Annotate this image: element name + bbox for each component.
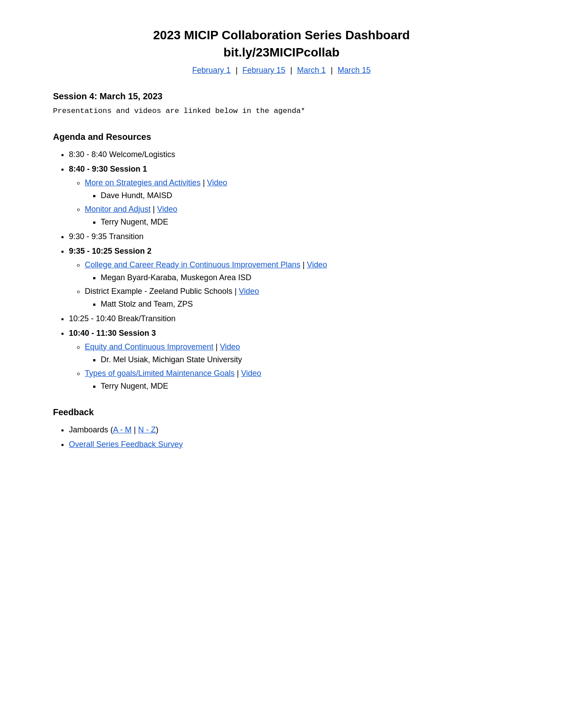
nav-link-mar1[interactable]: March 1 [297,66,326,75]
college-link[interactable]: College and Career Ready in Continuous I… [85,260,300,269]
nav-link-feb1[interactable]: February 1 [192,66,230,75]
nav-separator-3: | [331,66,335,75]
nav-link-mar15[interactable]: March 15 [338,66,371,75]
presenter-dave: Dave Hundt, MAISD [101,190,510,202]
jamboard-am-link[interactable]: A - M [113,425,132,434]
nav-link-feb15[interactable]: February 15 [242,66,285,75]
presenter-terry-2: Terry Nugent, MDE [101,380,510,392]
equity-video-link[interactable]: Video [220,342,240,351]
goals-link[interactable]: Types of goals/Limited Maintenance Goals [85,369,234,378]
presenter-mel: Dr. Mel Usiak, Michigan State University [101,354,510,366]
nav-separator-1: | [235,66,240,75]
presenter-megan: Megan Byard-Karaba, Muskegon Area ISD [101,272,510,284]
feedback-section: Feedback Jamboards (A - M | N - Z) Overa… [53,405,510,450]
district-video-link[interactable]: Video [239,287,259,296]
sub-item-equity: Equity and Continuous Improvement | Vide… [85,341,510,366]
session-subtitle: Presentations and videos are linked belo… [53,105,510,117]
sub-item-strategies: More on Strategies and Activities | Vide… [85,177,510,202]
monitor-video-link[interactable]: Video [157,205,178,214]
presenter-matt: Matt Stolz and Team, ZPS [101,298,510,310]
feedback-list: Jamboards (A - M | N - Z) Overall Series… [53,424,510,450]
feedback-item-jamboards: Jamboards (A - M | N - Z) [69,424,510,436]
equity-link[interactable]: Equity and Continuous Improvement [85,342,213,351]
page-title: 2023 MICIP Collaboration Series Dashboar… [53,26,510,61]
agenda-item-transition1: 9:30 - 9:35 Transition [69,231,510,243]
agenda-item-session2: 9:35 - 10:25 Session 2 College and Caree… [69,245,510,310]
session2-sub-list: College and Career Ready in Continuous I… [69,259,510,310]
agenda-item-welcome: 8:30 - 8:40 Welcome/Logistics [69,149,510,161]
page-header: 2023 MICIP Collaboration Series Dashboar… [53,26,510,76]
nav-separator-2: | [290,66,295,75]
strategies-link[interactable]: More on Strategies and Activities [85,178,200,187]
session3-sub-list: Equity and Continuous Improvement | Vide… [69,341,510,392]
sub-item-monitor: Monitor and Adjust | Video Terry Nugent,… [85,203,510,228]
sub-item-goals: Types of goals/Limited Maintenance Goals… [85,368,510,392]
agenda-item-session1: 8:40 - 9:30 Session 1 More on Strategies… [69,163,510,228]
survey-link[interactable]: Overall Series Feedback Survey [69,440,183,449]
sub-item-college: College and Career Ready in Continuous I… [85,259,510,284]
navigation-links: February 1 | February 15 | March 1 | Mar… [53,64,510,76]
feedback-heading: Feedback [53,405,510,419]
agenda-heading: Agenda and Resources [53,130,510,143]
session-title: Session 4: March 15, 2023 [53,90,510,103]
feedback-item-survey: Overall Series Feedback Survey [69,439,510,450]
jamboard-nz-link[interactable]: N - Z [138,425,156,434]
agenda-item-break: 10:25 - 10:40 Break/Transition [69,313,510,325]
college-video-link[interactable]: Video [307,260,327,269]
sub-item-district: District Example - Zeeland Public School… [85,285,510,310]
monitor-link[interactable]: Monitor and Adjust [85,205,151,214]
strategies-video-link[interactable]: Video [207,178,227,187]
agenda-list: 8:30 - 8:40 Welcome/Logistics 8:40 - 9:3… [53,149,510,392]
presenter-terry-1: Terry Nugent, MDE [101,216,510,228]
goals-video-link[interactable]: Video [241,369,261,378]
agenda-item-session3: 10:40 - 11:30 Session 3 Equity and Conti… [69,327,510,392]
session1-sub-list: More on Strategies and Activities | Vide… [69,177,510,228]
